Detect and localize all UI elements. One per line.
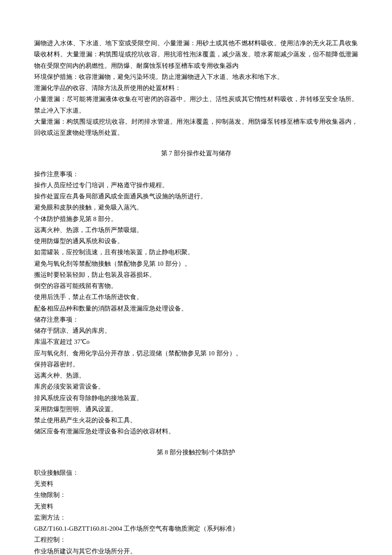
st-item-4: 保持容器密封。 [34,359,358,370]
op-item-4: 个体防护措施参见第 8 部分。 [34,213,358,224]
op-item-7: 如需罐装，应控制流速，且有接地装置，防止静电积聚。 [34,247,358,258]
op-item-3: 避免眼和皮肤的接触，避免吸入蒸汽。 [34,202,358,213]
st-item-7: 排风系统应设有导除静电的接地装置。 [34,392,358,404]
section-8-title: 第 8 部分接触控制/个体防护 [34,447,358,458]
st-item-8: 采用防爆型照明、通风设置。 [34,404,358,415]
st-item-3: 应与氧化剂、食用化学品分开存放，切忌混储（禁配物参见第 10 部分）。 [34,348,358,359]
storage-notes-label: 储存注意事项： [34,314,358,325]
operation-notes-label: 操作注意事项： [34,169,358,180]
intro-p4: 小量泄漏：尽可能将泄漏液体收集在可密闭的容器中。用沙土、活性炭或其它惰性材料吸收… [34,93,358,116]
op-item-2: 操作处置应在具备局部通风或全面通风换气设施的场所进行。 [34,191,358,202]
intro-p3: 泄漏化学品的收容、清除方法及所使用的处置材料： [34,82,358,93]
op-item-9: 搬运时要轻装轻卸，防止包装及容器损坏。 [34,269,358,280]
s8-line-4: 无资料 [34,501,358,512]
intro-block: 漏物进入水体、下水道、地下室或受限空间。小量泄漏：用砂土或其他不燃材料吸收。使用… [34,38,358,138]
s8-line-7: 工程控制： [34,534,358,545]
st-item-2: 库温不宜超过 37℃o [34,336,358,347]
s8-line-2: 无资料 [34,478,358,489]
op-item-6: 使用防爆型的通风系统和设备。 [34,235,358,247]
s8-line-5: 监测方法： [34,512,358,523]
st-item-6: 库房必须安装避雷设备。 [34,381,358,392]
s8-line-8: 作业场所建议与其它作业场所分开。 [34,546,358,555]
op-item-8: 避免与氧化剂等禁配物接触（禁配物参见第 10 部分）。 [34,258,358,269]
st-item-5: 远离火种、热源。 [34,370,358,381]
intro-p5: 大量泄漏：构筑围堤或挖坑收容。封闭排水管道。用泡沫覆盖，抑制蒸发。用防爆泵转移至… [34,116,358,139]
op-item-5: 远离火种、热源，工作场所严禁吸烟。 [34,224,358,235]
s8-line-3: 生物限制： [34,489,358,500]
section-7-title: 第 7 部分操作处置与储存 [34,148,358,159]
section-8-block: 职业接触限值： 无资料 生物限制： 无资料 监测方法： GBZ/T160.1-G… [34,467,358,555]
st-item-9: 禁止使用易产生火花的设备和工具。 [34,415,358,426]
op-item-10: 倒空的容器可能残留有害物。 [34,280,358,291]
section-7-block: 操作注意事项： 操作人员应经过专门培训，严格遵守操作规程。 操作处置应在具备局部… [34,169,358,437]
intro-p1: 漏物进入水体、下水道、地下室或受限空间。小量泄漏：用砂土或其他不燃材料吸收。使用… [34,38,358,71]
st-item-1: 储存于阴凉、通风的库房。 [34,325,358,336]
op-item-11: 使用后洗手，禁止在工作场所进饮食。 [34,291,358,302]
st-item-10: 储区应备有泄漏应急处理设备和合适的收容材料。 [34,426,358,437]
s8-line-1: 职业接触限值： [34,467,358,478]
intro-p2: 环境保护措施：收容泄漏物，避免污染环境。防止泄漏物进入下水道、地表水和地下水。 [34,71,358,82]
op-item-1: 操作人员应经过专门培训，严格遵守操作规程。 [34,180,358,191]
s8-line-6: GBZ/T160.1-GBZTT160.81-2004 工作场所空气有毒物质测定… [34,523,358,534]
op-item-12: 配备相应品种和数量的消防器材及泄漏应急处理设备。 [34,303,358,314]
